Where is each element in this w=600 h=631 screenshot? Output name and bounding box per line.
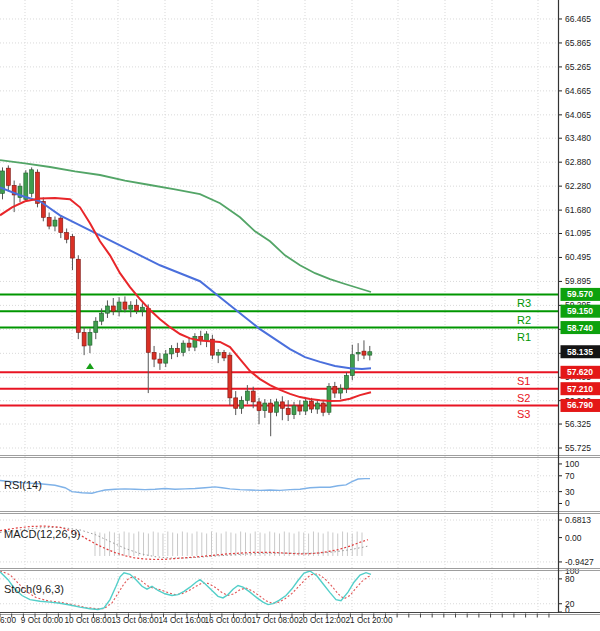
y-tick-label: 0 [565,498,570,508]
candle-body [234,398,238,408]
candle-body [175,348,179,352]
candle-body [245,391,249,400]
candle-body [170,348,174,354]
badge-label: 59.150 [567,306,593,316]
candle-body [344,376,348,389]
y-tick-label: 61.095 [565,228,591,238]
candle-body [321,403,325,412]
support-label: S1 [517,375,530,387]
resistance-label: R1 [517,331,531,343]
vertical-gridlines [25,0,538,612]
candle-body [187,343,191,347]
y-tick-label: 30 [565,487,575,497]
candle-body [123,302,127,309]
y-tick-label: 0.00 [565,533,582,543]
y-tick-label: 65.265 [565,62,591,72]
support-label: S2 [517,392,530,404]
x-tick-label: 20 Oct 12:00 [299,616,346,625]
candle-body [100,313,104,321]
candle-body [24,173,28,199]
candle-body [181,343,185,352]
candle-body [368,352,372,355]
up-arrow-marker [86,363,94,369]
candle-body [228,355,232,398]
candle-body [257,402,261,411]
price-badges: 59.57059.15058.74057.62057.21056.79058.1… [561,288,600,412]
resistance-label: R2 [517,314,531,326]
candle-body [111,306,115,311]
rsi-panel-label: RSI(14) [4,479,42,491]
candle-body [94,321,98,332]
candle-body [158,359,162,363]
y-tick-label: 55.725 [565,443,591,453]
candle-body [216,352,220,355]
x-tick-label: 6:00 [0,616,16,625]
panel-separators [0,456,600,571]
candle-body [275,402,279,412]
chart-canvas: 66.46565.86565.26564.66564.06563.48062.8… [0,0,600,631]
x-tick-label: 21 Oct 20:00 [346,616,393,625]
y-tick-label: 60.495 [565,252,591,262]
resistance-label: R3 [517,297,531,309]
y-tick-label: 0 [565,605,570,615]
x-tick-label: 10 Oct 08:00 [65,616,112,625]
pivot-levels: R3R2R1S1S2S3 [0,294,558,420]
x-tick-label: 14 Oct 16:00 [159,616,206,625]
candle-body [269,403,273,412]
badge-label: 56.790 [567,400,593,410]
rsi-layer [0,479,370,494]
y-tick-label: 64.065 [565,110,591,120]
price-axis-ticks: 66.46565.86565.26564.66564.06563.48062.8… [0,14,591,453]
candle-body [88,332,92,345]
y-tick-label: 65.865 [565,38,591,48]
rsi-line [0,479,370,494]
candle-body [53,220,57,226]
candle-body [263,403,267,411]
candle-body [152,352,156,359]
candle-body [65,232,69,239]
candle-body [47,217,51,226]
y-tick-label: 56.325 [565,419,591,429]
candle-body [193,336,197,347]
badge-label: 58.135 [567,347,593,357]
badge-label: 59.570 [567,289,593,299]
y-tick-label: 62.280 [565,181,591,191]
y-tick-label: 70 [565,471,575,481]
macd-panel-label: MACD(12,26,9) [4,528,80,540]
y-tick-label: 66.465 [565,14,591,24]
moving-averages [0,160,371,401]
candle-body [339,388,343,393]
y-tick-label: 59.895 [565,276,591,286]
badge-label: 57.210 [567,384,593,394]
x-tick-label: 16 Oct 00:00 [205,616,252,625]
candle-body [362,351,366,355]
y-tick-label: 61.680 [565,205,591,215]
candle-body [222,352,226,358]
candle-body [146,308,150,352]
candle-body [292,406,296,415]
ma-fast-red-line [0,198,371,401]
candle-body [309,401,313,409]
y-tick-label: 0.6813 [565,515,591,525]
candle-body [82,332,86,346]
candle-body [333,386,337,393]
candle-body [59,218,63,232]
rsi-axis-ticks: 10070300 [0,459,579,509]
candle-body [240,400,244,408]
candles-layer [1,165,372,436]
candle-body [117,302,121,311]
ma-mid-blue-line [0,187,371,369]
candle-body [304,401,308,411]
badge-label: 57.620 [567,367,593,377]
candle-body [280,402,284,408]
candle-body [76,259,80,332]
x-tick-label: 13 Oct 08:00 [112,616,159,625]
candle-body [6,168,10,185]
stoch-panel-label: Stoch(9,6,3) [4,583,64,595]
candle-body [356,352,360,354]
candle-body [286,408,290,414]
y-tick-label: 63.480 [565,133,591,143]
candle-body [129,305,133,309]
candle-body [315,403,319,409]
badge-label: 58.740 [567,323,593,333]
